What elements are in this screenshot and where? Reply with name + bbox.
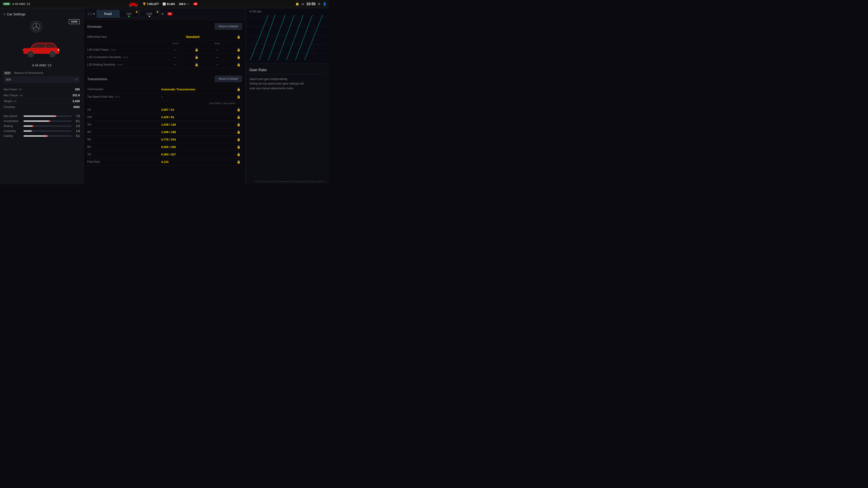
tab-bar: L1◄ Road 🔒 Dirt 🔒 Drift ► R1 — [84, 8, 246, 20]
lsd-initial-torque-rear-lock-icon[interactable]: 🔒 — [235, 48, 242, 52]
stability-bar-track — [24, 135, 72, 137]
gear-1st-lock-icon[interactable]: 🔒 — [235, 108, 242, 111]
gear-2nd-label: 2nd — [87, 116, 161, 119]
settings-icon[interactable]: ⚙ — [318, 2, 320, 6]
lsd-acceleration-row: LSD Acceleration Sensitivity Level -- 🔒 … — [87, 54, 242, 61]
lsd-initial-torque-row: LSD Initial Torque Level -- 🔒 -- 🔒 — [87, 46, 242, 54]
acceleration-bar-label: Acceleration — [4, 120, 22, 123]
car-logo-area: N400 — [4, 21, 80, 32]
lsd-initial-torque-front-lock-icon[interactable]: 🔒 — [193, 48, 200, 52]
top-speed-lock-icon[interactable]: 🔒 — [235, 95, 242, 98]
user-icon[interactable]: 👤 — [323, 2, 327, 6]
svg-line-6 — [33, 27, 36, 29]
gear-final-lock-icon[interactable]: 🔒 — [235, 160, 242, 164]
car-name-top: A 45 AMG '13 — [12, 2, 30, 6]
gear-5th-lock-icon[interactable]: 🔒 — [235, 138, 242, 141]
drivetrain-reset-button[interactable]: Reset to Default — [215, 23, 242, 30]
gear-1st-label: 1st — [87, 108, 161, 111]
front-rear-header: Front Rear — [87, 41, 242, 46]
acceleration-bar-row: Acceleration 6.1 — [4, 119, 80, 124]
copyright-text: © 2021 Sony Interactive Entertainment In… — [254, 180, 327, 183]
back-button[interactable]: ‹ Car Settings — [4, 12, 80, 17]
differential-gear-label: Differential Gear — [87, 35, 186, 38]
mercedes-star-icon — [32, 23, 40, 31]
gear-1st-value: 3.857 / 51 — [161, 108, 235, 111]
gear-3rd-label: 3rd — [87, 123, 161, 126]
gear-ratio-desc-line2: Setting the top speed (auto gear setting… — [249, 82, 304, 85]
transmission-type-lock-icon[interactable]: 🔒 — [235, 88, 242, 91]
gear-3rd-row: 3rd 1.539 / 128 🔒 — [87, 121, 242, 128]
gear-6th-row: 6th 0.605 / 326 🔒 — [87, 143, 242, 151]
svg-point-3 — [135, 5, 137, 7]
top-bar-right: 🔔 14 10:55 ⚙ 👤 — [296, 2, 327, 6]
back-arrow-icon: ‹ — [4, 12, 5, 17]
top-speed-value: -- — [161, 95, 235, 98]
cornering-bar-row: Cornering 1.8 — [4, 129, 80, 133]
stability-bar-marker — [46, 135, 46, 137]
mercedes-logo — [31, 21, 42, 32]
max-speed-bar-fill — [24, 116, 56, 117]
gear-5th-row: 5th 0.776 / 254 🔒 — [87, 136, 242, 143]
gear-ratio-desc-line1: Adjust each gear independently. — [249, 77, 288, 80]
differential-gear-lock-icon[interactable]: 🔒 — [235, 35, 242, 39]
top-bar-center: 🏆 7,501,877 📊 91,981 108.3 km 48 — [128, 1, 198, 7]
weight-value: 3,428 — [72, 99, 80, 103]
tab-dirt[interactable]: 🔒 Dirt — [119, 10, 139, 18]
stability-bar-fill — [24, 135, 48, 137]
lsd-braking-front-lock-icon[interactable]: 🔒 — [193, 63, 200, 66]
credits-stat: 🏆 7,501,877 — [143, 2, 159, 6]
n400-badge: N400 — [69, 19, 80, 24]
car-thumbnail-icon — [128, 1, 139, 7]
gear-2nd-lock-icon[interactable]: 🔒 — [235, 115, 242, 119]
cornering-bar-marker — [31, 130, 32, 132]
weight-row: Weight lbs. 3,428 — [4, 98, 80, 104]
gear-ratio-title: Gear Ratio — [249, 68, 326, 74]
tab-dirt-label: Dirt — [127, 12, 131, 15]
bop-tag: BOP — [4, 71, 11, 75]
tab-road[interactable]: Road — [97, 10, 119, 18]
gear-6th-value: 0.605 / 326 — [161, 145, 235, 149]
top-bar: N400 A 45 AMG '13 🏆 7,501,877 📊 91,981 1… — [0, 0, 329, 8]
lsd-initial-torque-front-value: -- — [158, 48, 193, 52]
max-power-row: Max Power HP 355 — [4, 87, 80, 92]
transmission-reset-button[interactable]: Reset to Default — [215, 76, 242, 82]
car-silhouette-icon — [22, 38, 62, 58]
car-image-area — [4, 35, 80, 62]
distance-stat: 108.3 km — [179, 2, 189, 6]
max-torque-label: Max Torque ft-lb — [4, 94, 23, 97]
tab-drift[interactable]: 🔒 Drift — [139, 10, 160, 18]
gear-7th-value: 0.483 / 427 — [161, 153, 235, 156]
svg-point-10 — [29, 53, 32, 56]
lsd-acceleration-rear-lock-icon[interactable]: 🔒 — [235, 55, 242, 59]
rpm-chart-svg — [246, 8, 329, 62]
lsd-braking-rear-value: -- — [200, 63, 235, 66]
lsd-acceleration-front-lock-icon[interactable]: 🔒 — [193, 55, 200, 59]
acceleration-bar-marker — [49, 120, 49, 123]
tab-prev-button[interactable]: L1◄ — [86, 12, 97, 16]
gear-3rd-lock-icon[interactable]: 🔒 — [235, 123, 242, 126]
max-torque-value: 331.9 — [72, 94, 80, 97]
gear-final-label: Final Gear — [87, 160, 161, 163]
braking-bar-marker — [32, 125, 33, 127]
gear-4th-lock-icon[interactable]: 🔒 — [235, 130, 242, 134]
transmission-section: Transmission Reset to Default Transmissi… — [84, 72, 246, 169]
tab-next-button[interactable]: ► — [160, 12, 166, 16]
drivetrain-label: Drivetrain — [4, 105, 15, 109]
transmission-section-header: Transmission Reset to Default — [87, 76, 242, 82]
bop-menu-icon[interactable]: ≡ — [75, 77, 78, 82]
tab-road-label: Road — [104, 12, 112, 15]
notif-count: 14 — [301, 3, 304, 5]
transmission-title: Transmission — [87, 77, 107, 81]
rear-header-label: Rear — [200, 42, 235, 45]
level-badge: 48 — [193, 2, 198, 5]
gear-7th-lock-icon[interactable]: 🔒 — [235, 153, 242, 156]
gear-6th-lock-icon[interactable]: 🔒 — [235, 145, 242, 149]
tab-drift-dot — [149, 15, 150, 17]
bop-value-row[interactable]: N/A ≡ — [4, 76, 80, 83]
gear-6th-label: 6th — [87, 145, 161, 149]
max-power-value: 355 — [75, 88, 80, 91]
braking-bar-value: 2.0 — [73, 125, 80, 128]
gear-5th-value: 0.776 / 254 — [161, 138, 235, 141]
braking-bar-fill — [24, 125, 33, 127]
lsd-braking-rear-lock-icon[interactable]: 🔒 — [235, 63, 242, 66]
